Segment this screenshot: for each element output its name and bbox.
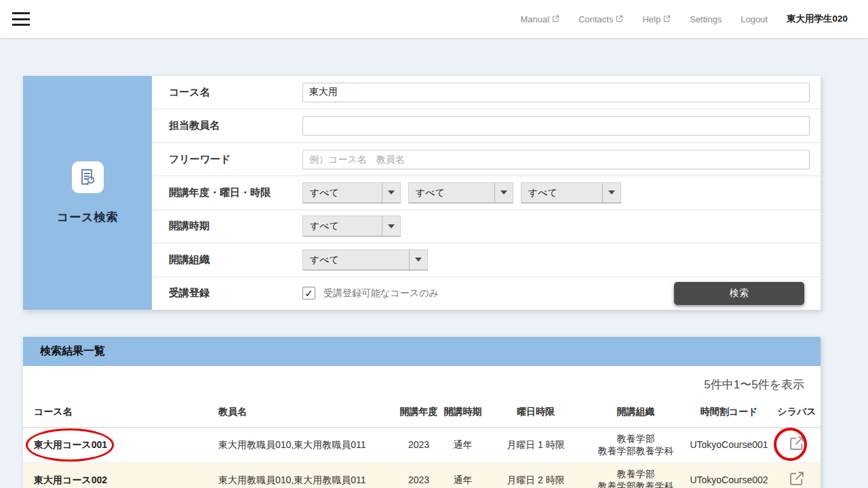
day-select-value: すべて bbox=[409, 183, 494, 203]
menu-hamburger-icon[interactable] bbox=[12, 12, 30, 26]
chevron-down-icon bbox=[382, 216, 400, 236]
nav-settings-label: Settings bbox=[690, 14, 722, 24]
result-row: 東大用コース001 東大用教職員010,東大用教職員011 2023 通年 月曜… bbox=[23, 428, 821, 463]
col-organization: 開講組織 bbox=[587, 406, 685, 418]
form-row-organization: 開講組織 すべて bbox=[152, 243, 821, 277]
nav-help-label: Help bbox=[642, 14, 660, 24]
term-select-value: すべて bbox=[303, 216, 382, 236]
chevron-down-icon bbox=[494, 183, 513, 203]
period-select-value: すべて bbox=[521, 183, 602, 203]
form-row-year-day-period: 開講年度・曜日・時限 すべて すべて すべて bbox=[152, 176, 821, 209]
nav-manual-link[interactable]: Manual bbox=[521, 14, 560, 24]
registration-label: 受講登録 bbox=[152, 287, 302, 300]
col-timetable-code: 時間割コード bbox=[685, 406, 773, 418]
day-period-cell: 月曜日 2 時限 bbox=[485, 474, 587, 487]
term-select[interactable]: すべて bbox=[302, 216, 401, 237]
organization-cell: 教養学部 教養学部教養学科 bbox=[587, 433, 685, 457]
term-label: 開講時期 bbox=[152, 220, 302, 232]
nav-help-link[interactable]: Help bbox=[642, 14, 671, 24]
logged-in-username: 東大用学生020 bbox=[787, 13, 848, 25]
results-table-header: コース名 教員名 開講年度 開講時期 曜日時限 開講組織 時間割コード シラバス bbox=[23, 396, 821, 428]
course-search-icon bbox=[72, 161, 104, 193]
form-row-course-name: コース名 bbox=[152, 76, 821, 109]
course-name-link[interactable]: 東大用コース002 bbox=[23, 474, 218, 487]
form-row-teacher-name: 担当教員名 bbox=[152, 109, 821, 142]
syllabus-external-link-icon[interactable] bbox=[788, 434, 806, 452]
results-header: 検索結果一覧 bbox=[23, 337, 821, 366]
syllabus-external-link-icon[interactable] bbox=[788, 470, 806, 487]
teacher-name-input[interactable] bbox=[302, 116, 810, 136]
free-word-label: フリーワード bbox=[152, 153, 302, 166]
organization-select-value: すべて bbox=[303, 250, 409, 270]
teachers-cell: 東大用教職員010,東大用教職員011 bbox=[218, 439, 397, 451]
top-navigation: Manual Contacts Help Settings Logout 東大用… bbox=[521, 13, 868, 25]
nav-settings-link[interactable]: Settings bbox=[690, 14, 722, 24]
year-select[interactable]: すべて bbox=[302, 182, 401, 203]
year-day-period-label: 開講年度・曜日・時限 bbox=[152, 186, 302, 199]
search-results-panel: 検索結果一覧 5件中1〜5件を表示 コース名 教員名 開講年度 開講時期 曜日時… bbox=[23, 337, 821, 488]
year-day-period-selects: すべて すべて すべて bbox=[302, 182, 621, 203]
course-search-form: コース名 担当教員名 フリーワード 開講年度・曜日・時限 すべて すべて bbox=[152, 76, 821, 310]
results-title: 検索結果一覧 bbox=[40, 344, 105, 359]
course-name-input[interactable] bbox=[302, 83, 810, 102]
year-cell: 2023 bbox=[397, 439, 441, 451]
teachers-cell: 東大用教職員010,東大用教職員011 bbox=[218, 474, 397, 487]
external-link-icon bbox=[552, 14, 559, 24]
col-course-name: コース名 bbox=[23, 406, 218, 418]
course-search-panel: コース検索 コース名 担当教員名 フリーワード 開講年度・曜日・時限 すべて す… bbox=[23, 76, 821, 310]
col-teachers: 教員名 bbox=[218, 406, 397, 418]
organization-select[interactable]: すべて bbox=[302, 249, 428, 270]
timetable-code-cell: UTokyoCourse001 bbox=[685, 439, 773, 451]
year-select-value: すべて bbox=[303, 183, 382, 203]
timetable-code-cell: UTokyoCourse002 bbox=[685, 474, 773, 487]
period-select[interactable]: すべて bbox=[521, 182, 621, 203]
course-name-link[interactable]: 東大用コース001 bbox=[23, 439, 218, 451]
course-search-title: コース検索 bbox=[57, 209, 119, 225]
chevron-down-icon bbox=[409, 250, 427, 270]
search-button[interactable]: 検索 bbox=[674, 282, 804, 305]
results-count-text: 5件中1〜5件を表示 bbox=[23, 366, 821, 396]
chevron-down-icon bbox=[382, 183, 400, 203]
teacher-name-label: 担当教員名 bbox=[152, 119, 302, 132]
chevron-down-icon bbox=[602, 183, 620, 203]
col-day-period: 曜日時限 bbox=[485, 406, 587, 418]
registerable-only-label: 受講登録可能なコースのみ bbox=[323, 287, 439, 300]
course-search-sidebar: コース検索 bbox=[23, 76, 152, 310]
course-name-label: コース名 bbox=[152, 86, 302, 99]
results-table: コース名 教員名 開講年度 開講時期 曜日時限 開講組織 時間割コード シラバス… bbox=[23, 396, 821, 488]
nav-logout-label: Logout bbox=[741, 14, 768, 24]
nav-logout-link[interactable]: Logout bbox=[741, 14, 768, 24]
result-row: 東大用コース002 東大用教職員010,東大用教職員011 2023 通年 月曜… bbox=[23, 463, 821, 488]
col-syllabus: シラバス bbox=[773, 406, 821, 418]
organization-cell: 教養学部 教養学部教養学科 bbox=[587, 468, 685, 488]
nav-contacts-label: Contacts bbox=[578, 14, 613, 24]
col-term: 開講時期 bbox=[441, 406, 485, 418]
external-link-icon bbox=[616, 14, 623, 24]
term-cell: 通年 bbox=[441, 439, 485, 451]
registerable-only-checkbox[interactable] bbox=[302, 287, 315, 300]
year-cell: 2023 bbox=[397, 474, 441, 487]
term-cell: 通年 bbox=[441, 474, 485, 487]
day-select[interactable]: すべて bbox=[408, 182, 513, 203]
day-period-cell: 月曜日 1 時限 bbox=[485, 439, 587, 451]
col-year: 開講年度 bbox=[397, 406, 441, 418]
form-row-term: 開講時期 すべて bbox=[152, 210, 821, 243]
external-link-icon bbox=[663, 14, 671, 24]
top-header: Manual Contacts Help Settings Logout 東大用… bbox=[0, 0, 868, 39]
form-row-registration: 受講登録 受講登録可能なコースのみ 検索 bbox=[152, 277, 821, 310]
nav-contacts-link[interactable]: Contacts bbox=[578, 14, 623, 24]
organization-label: 開講組織 bbox=[152, 253, 302, 266]
nav-manual-label: Manual bbox=[521, 14, 550, 24]
form-row-free-word: フリーワード bbox=[152, 143, 821, 176]
free-word-input[interactable] bbox=[302, 150, 810, 169]
